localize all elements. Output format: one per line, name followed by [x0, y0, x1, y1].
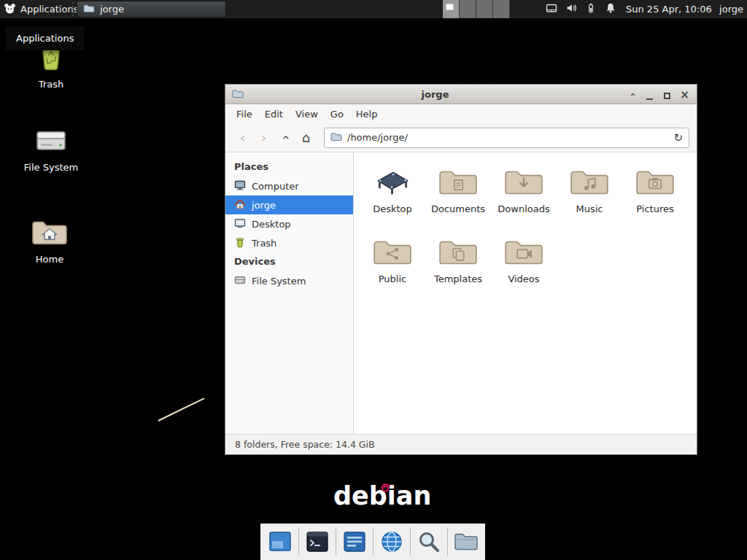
desktop-icon-home[interactable]: Home	[18, 217, 82, 265]
menu-view[interactable]: View	[295, 109, 318, 120]
trash-icon	[234, 236, 246, 250]
dock-separator	[373, 528, 374, 556]
workspace-3[interactable]	[476, 0, 493, 18]
folder-item-public[interactable]: Public	[360, 233, 425, 303]
sidebar-item-label: Computer	[252, 181, 299, 192]
folder-item-pictures[interactable]: Pictures	[622, 163, 688, 233]
folder-item-documents[interactable]: Documents	[425, 163, 491, 233]
drive-icon	[34, 125, 69, 159]
forward-icon[interactable]: ›	[254, 128, 274, 147]
taskbar-item-label: jorge	[100, 4, 124, 15]
folder-item-label: Pictures	[636, 203, 673, 214]
file-manager-window: jorge › × File Edit View Go Help ‹ › › ⌂…	[225, 84, 697, 455]
back-icon[interactable]: ‹	[233, 128, 252, 147]
menu-go[interactable]: Go	[330, 109, 344, 120]
menubar: File Edit View Go Help	[225, 104, 697, 123]
window-titlebar[interactable]: jorge › ×	[225, 85, 697, 104]
folder-templates-icon	[437, 233, 479, 272]
folder-item-label: Downloads	[498, 203, 549, 214]
devices-header: Devices	[225, 252, 353, 271]
desktop-icon-label: Trash	[39, 79, 63, 90]
sidebar-item-trash[interactable]: Trash	[225, 233, 353, 252]
menu-file[interactable]: File	[236, 109, 252, 120]
folder-item-label: Videos	[508, 273, 539, 284]
workspace-2[interactable]	[460, 0, 476, 18]
drive-icon	[234, 274, 246, 288]
folder-music-icon	[568, 163, 611, 202]
battery-icon[interactable]	[585, 2, 597, 16]
window-controls: › ×	[627, 89, 690, 100]
sidebar-item-computer[interactable]: Computer	[225, 176, 353, 195]
xfce-logo-icon	[4, 2, 16, 17]
window-title: jorge	[248, 89, 622, 100]
terminal-icon[interactable]	[302, 526, 333, 557]
show-desktop-icon[interactable]	[265, 526, 295, 557]
app-finder-icon[interactable]	[414, 526, 444, 557]
folder-item-label: Music	[576, 203, 603, 214]
desktop-icon-label: File System	[24, 163, 78, 174]
folder-item-desktop[interactable]: Desktop	[360, 163, 425, 233]
close-icon[interactable]: ×	[679, 89, 690, 100]
console-icon[interactable]	[339, 526, 370, 557]
folder-item-downloads[interactable]: Downloads	[491, 163, 557, 233]
desktop-icon-label: Home	[36, 254, 63, 265]
sidebar-item-file-system[interactable]: File System	[225, 271, 353, 290]
refresh-icon[interactable]: ↻	[673, 131, 683, 144]
folder-pictures-icon	[634, 163, 676, 202]
folder-public-icon	[371, 233, 414, 272]
location-bar[interactable]: /home/jorge/ ↻	[324, 128, 689, 148]
folder-item-label: Documents	[431, 203, 485, 214]
folder-item-label: Templates	[434, 273, 482, 284]
file-manager-icon[interactable]	[451, 526, 481, 557]
workspace-switcher	[443, 0, 510, 18]
web-browser-icon[interactable]	[376, 526, 407, 557]
debian-swirl-icon	[379, 482, 392, 497]
folder-item-label: Public	[379, 273, 406, 284]
places-header: Places	[225, 158, 353, 176]
up-icon[interactable]: ›	[275, 128, 295, 147]
sidebar-item-label: jorge	[252, 200, 276, 211]
folder-icon	[330, 132, 342, 144]
session-user-label[interactable]: jorge	[719, 0, 743, 18]
desktop-icon	[234, 217, 246, 231]
folder-videos-icon	[503, 233, 545, 272]
notifications-icon[interactable]	[605, 2, 616, 16]
menu-help[interactable]: Help	[356, 109, 378, 120]
menu-edit[interactable]: Edit	[265, 109, 283, 120]
folder-item-label: Desktop	[373, 203, 412, 214]
desktop-icon-file-system[interactable]: File System	[19, 125, 83, 174]
volume-icon[interactable]	[565, 2, 577, 16]
window-icon	[232, 88, 244, 101]
maximize-icon[interactable]	[662, 89, 673, 100]
workspace-window-thumb	[446, 4, 454, 10]
workspace-4[interactable]	[493, 0, 510, 18]
shade-icon[interactable]: ›	[627, 89, 638, 100]
toolbar: ‹ › › ⌂ /home/jorge/ ↻	[225, 123, 697, 152]
folder-item-videos[interactable]: Videos	[491, 233, 557, 303]
location-path: /home/jorge/	[347, 132, 408, 143]
folder-view: Desktop Documents Downloads Music	[354, 152, 697, 434]
panel-handle[interactable]	[72, 2, 74, 16]
folder-downloads-icon	[503, 163, 545, 202]
home-icon[interactable]: ⌂	[296, 128, 316, 147]
computer-icon	[234, 179, 246, 193]
clock[interactable]: Sun 25 Apr, 10:06	[626, 0, 712, 18]
minimize-icon[interactable]	[644, 89, 655, 100]
folder-item-music[interactable]: Music	[557, 163, 622, 233]
sidebar-item-desktop[interactable]: Desktop	[225, 214, 353, 233]
sidebar-item-label: Desktop	[252, 219, 291, 230]
folder-item-templates[interactable]: Templates	[425, 233, 491, 303]
home-icon	[234, 198, 246, 212]
desktop-artifact-line	[158, 397, 205, 421]
touchpad-icon[interactable]	[546, 2, 557, 16]
file-manager-window-icon	[83, 4, 95, 15]
statusbar: 8 folders, Free space: 14.4 GiB	[225, 434, 697, 454]
applications-menu-label: Applications	[20, 4, 78, 15]
workspace-1[interactable]	[443, 0, 460, 18]
system-tray	[546, 0, 616, 18]
sidebar-item-jorge[interactable]: jorge	[225, 195, 353, 214]
taskbar-item-jorge[interactable]: jorge	[77, 1, 226, 18]
dock-separator	[336, 528, 336, 556]
dock-separator	[298, 528, 299, 556]
dock-separator	[447, 528, 448, 556]
